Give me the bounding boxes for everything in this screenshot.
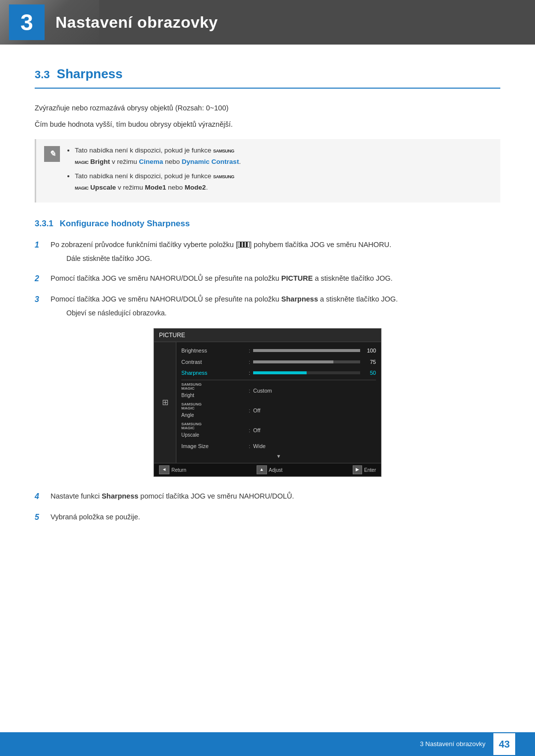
steps-list-2: 4 Nastavte funkci Sharpness pomocí tlačí… — [35, 491, 500, 523]
note-item-1: Tato nabídka není k dispozici, pokud je … — [75, 145, 241, 168]
step-num-4: 4 — [35, 491, 46, 503]
section-title: Sharpness — [57, 64, 123, 84]
step-num-1: 1 — [35, 239, 46, 251]
osd-title-bar: PICTURE — [154, 329, 381, 342]
step-5: 5 Vybraná položka se použije. — [35, 511, 500, 523]
osd-container: PICTURE ⊞ Brightness : — [35, 328, 500, 477]
osd-screen: PICTURE ⊞ Brightness : — [154, 328, 381, 477]
osd-footer: ◄ Return ▲ Adjust ▶ Enter — [154, 463, 381, 476]
osd-label-upscale: SAMSUNGMAGIC Upscale — [181, 422, 246, 439]
osd-adjust-label: Adjust — [269, 466, 283, 474]
osd-btn-adjust: ▲ — [257, 465, 267, 474]
subsection-title: Konfigurace hodnoty Sharpness — [60, 219, 190, 228]
osd-label-angle: SAMSUNGMAGIC Angle — [181, 403, 246, 419]
step-1-text: Po zobrazení průvodce funkčními tlačítky… — [51, 239, 391, 251]
subsection-heading: 3.3.1 Konfigurace hodnoty Sharpness — [35, 217, 500, 230]
chapter-number: 3 — [9, 4, 45, 40]
osd-label-brightness: Brightness — [181, 347, 246, 355]
step-5-text: Vybraná položka se použije. — [51, 511, 140, 523]
step-4: 4 Nastavte funkci Sharpness pomocí tlačí… — [35, 491, 500, 503]
step-4-text: Nastavte funkci Sharpness pomocí tlačítk… — [51, 491, 294, 502]
page-number: 43 — [493, 733, 515, 755]
osd-row-brightness: Brightness : 100 — [181, 345, 376, 356]
step-num-2: 2 — [35, 273, 46, 285]
jog-icon: ⊞ — [162, 397, 168, 408]
osd-btn-return: ◄ — [159, 465, 169, 474]
osd-footer-enter: ▶ Enter — [353, 465, 376, 474]
section-number: 3.3 — [35, 66, 50, 83]
osd-footer-adjust: ▲ Adjust — [257, 465, 283, 474]
step-1: 1 Po zobrazení průvodce funkčními tlačít… — [35, 239, 500, 264]
osd-enter-label: Enter — [364, 466, 376, 474]
osd-label-bright: SAMSUNGMAGIC Bright — [181, 383, 246, 400]
step-num-5: 5 — [35, 511, 46, 523]
note-box: ✎ Tato nabídka není k dispozici, pokud j… — [35, 139, 500, 202]
osd-row-sharpness: Sharpness : 50 — [181, 367, 376, 379]
step-2-text: Pomocí tlačítka JOG ve směru NAHORU/DOLŮ… — [51, 273, 393, 284]
note-content: Tato nabídka není k dispozici, pokud je … — [66, 145, 241, 197]
osd-label-sharpness: Sharpness — [181, 369, 246, 377]
main-content: 3.3 Sharpness Zvýrazňuje nebo rozmazává … — [0, 45, 535, 572]
steps-list: 1 Po zobrazení průvodce funkčními tlačít… — [35, 239, 500, 318]
header-title: Nastavení obrazovky — [55, 10, 218, 34]
osd-label-contrast: Contrast — [181, 358, 246, 366]
section-heading: 3.3 Sharpness — [35, 64, 500, 89]
step-num-3: 3 — [35, 294, 46, 305]
page-header: 3 Nastavení obrazovky — [0, 0, 535, 45]
osd-return-label: Return — [171, 466, 186, 474]
osd-row-bright: SAMSUNGMAGIC Bright : Custom — [181, 381, 376, 401]
osd-row-upscale: SAMSUNGMAGIC Upscale : Off — [181, 421, 376, 441]
footer-text: 3 Nastavení obrazovky — [420, 739, 485, 749]
osd-label-imagesize: Image Size — [181, 442, 246, 451]
step-2: 2 Pomocí tlačítka JOG ve směru NAHORU/DO… — [35, 273, 500, 285]
note-icon: ✎ — [44, 146, 60, 162]
page-footer: 3 Nastavení obrazovky 43 — [0, 732, 535, 756]
osd-row-angle: SAMSUNGMAGIC Angle : Off — [181, 401, 376, 421]
note-item-2: Tato nabídka není k dispozici, pokud je … — [75, 171, 241, 194]
desc-text-2: Čím bude hodnota vyšší, tím budou obrysy… — [35, 119, 500, 130]
subsection-number: 3.3.1 — [35, 219, 54, 228]
osd-row-contrast: Contrast : 75 — [181, 356, 376, 368]
step-1-note: Dále stiskněte tlačítko JOG. — [66, 253, 391, 264]
desc-text-1: Zvýrazňuje nebo rozmazává obrysy objektů… — [35, 102, 500, 114]
osd-btn-enter: ▶ — [353, 465, 362, 474]
step-3-note: Objeví se následující obrazovka. — [66, 308, 398, 318]
osd-footer-return: ◄ Return — [159, 465, 186, 474]
step-3-text: Pomocí tlačítka JOG ve směru NAHORU/DOLŮ… — [51, 294, 398, 305]
step-3: 3 Pomocí tlačítka JOG ve směru NAHORU/DO… — [35, 294, 500, 318]
osd-row-imagesize: Image Size : Wide — [181, 441, 376, 452]
